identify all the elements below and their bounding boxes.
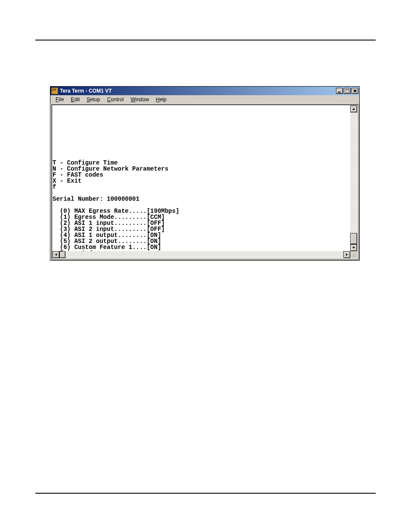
minimize-icon bbox=[337, 89, 342, 93]
titlebar[interactable]: Tera Term - COM1 VT bbox=[50, 87, 359, 95]
menu-file-rest: ile bbox=[59, 96, 64, 103]
menu-help-rest: elp bbox=[160, 96, 167, 103]
horizontal-scroll-track[interactable] bbox=[59, 251, 343, 258]
scroll-up-button[interactable] bbox=[350, 106, 357, 112]
svg-rect-0 bbox=[338, 92, 341, 93]
minimize-button[interactable] bbox=[336, 88, 343, 94]
window-title: Tera Term - COM1 VT bbox=[60, 88, 112, 94]
menu-window-rest: indow bbox=[135, 96, 149, 103]
menu-file[interactable]: File bbox=[52, 96, 67, 103]
page: Tera Term - COM1 VT File Edit Setup Cont… bbox=[0, 0, 411, 532]
menu-bar: File Edit Setup Control Window Help bbox=[50, 95, 359, 103]
scroll-left-button[interactable] bbox=[53, 251, 59, 258]
client-area: T - Configure Time N - Configure Network… bbox=[51, 104, 358, 259]
svg-marker-8 bbox=[346, 253, 348, 256]
terminal-text[interactable]: T - Configure Time N - Configure Network… bbox=[53, 106, 350, 251]
svg-marker-7 bbox=[55, 253, 57, 256]
triangle-down-icon bbox=[352, 246, 355, 249]
resize-grip-icon bbox=[351, 252, 357, 258]
menu-help[interactable]: Help bbox=[153, 96, 170, 103]
menu-window[interactable]: Window bbox=[127, 96, 153, 103]
svg-marker-5 bbox=[352, 108, 355, 110]
vertical-scroll-track[interactable] bbox=[350, 112, 357, 244]
horizontal-scrollbar[interactable] bbox=[53, 251, 350, 258]
menu-edit-rest: dit bbox=[74, 96, 80, 103]
close-icon bbox=[353, 89, 357, 93]
resize-grip[interactable] bbox=[350, 251, 357, 258]
svg-line-14 bbox=[356, 257, 356, 257]
vertical-scroll-thumb[interactable] bbox=[350, 233, 357, 244]
triangle-up-icon bbox=[352, 107, 355, 111]
close-button[interactable] bbox=[352, 88, 358, 94]
app-icon bbox=[51, 87, 58, 94]
menu-edit[interactable]: Edit bbox=[67, 96, 83, 103]
vertical-scrollbar[interactable] bbox=[350, 106, 357, 251]
menu-setup-rest: etup bbox=[90, 96, 100, 103]
terminal-viewport[interactable]: T - Configure Time N - Configure Network… bbox=[53, 106, 350, 251]
menu-control[interactable]: Control bbox=[103, 96, 127, 103]
svg-rect-2 bbox=[346, 89, 349, 90]
svg-marker-6 bbox=[352, 247, 355, 249]
scroll-down-button[interactable] bbox=[350, 244, 357, 251]
menu-setup[interactable]: Setup bbox=[83, 96, 103, 103]
scroll-right-button[interactable] bbox=[343, 251, 350, 258]
terminal-window: Tera Term - COM1 VT File Edit Setup Cont… bbox=[50, 86, 360, 261]
maximize-button[interactable] bbox=[344, 88, 351, 94]
triangle-left-icon bbox=[54, 253, 58, 256]
page-bottom-rule bbox=[35, 493, 376, 494]
page-top-rule bbox=[35, 40, 376, 40]
horizontal-scroll-thumb[interactable] bbox=[59, 251, 65, 258]
triangle-right-icon bbox=[345, 253, 349, 256]
maximize-icon bbox=[345, 89, 349, 93]
menu-control-rest: ontrol bbox=[111, 96, 124, 103]
